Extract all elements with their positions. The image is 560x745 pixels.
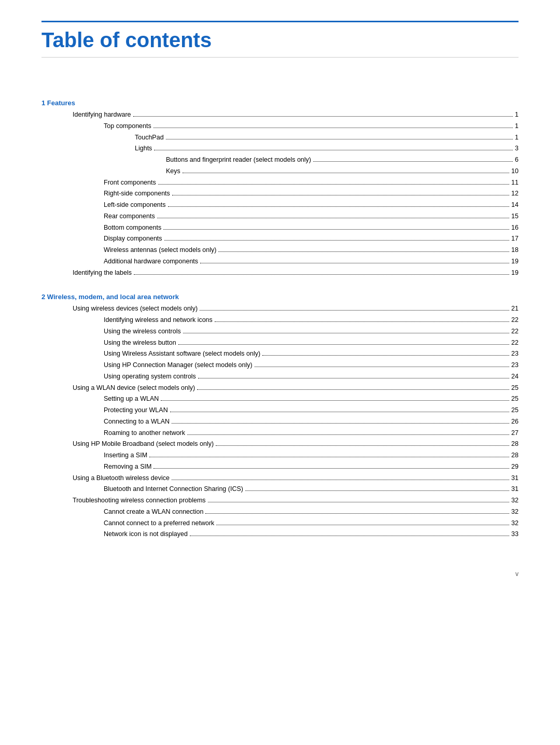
toc-entry-page: 19	[511, 257, 519, 266]
toc-entry-dots	[200, 310, 509, 311]
toc-entry-dots	[205, 513, 509, 514]
toc-entry: Roaming to another network27	[41, 428, 519, 438]
toc-entry: Top components1	[41, 121, 519, 131]
toc-entry-text: Using Wireless Assistant software (selec…	[104, 349, 260, 359]
toc-entry-text: Front components	[104, 178, 156, 188]
toc-entry-dots	[172, 423, 509, 424]
toc-entry-dots	[245, 490, 509, 491]
toc-entry-page: 17	[511, 234, 519, 244]
toc-entry-page: 23	[511, 349, 519, 359]
toc-entry-dots	[187, 434, 509, 435]
toc-entry: Identifying wireless and network icons22	[41, 315, 519, 325]
toc-entry: Network icon is not displayed33	[41, 529, 519, 539]
toc-entry-text: Bluetooth and Internet Connection Sharin…	[104, 484, 243, 494]
toc-entry: Setting up a WLAN25	[41, 394, 519, 404]
toc-entry-text: Network icon is not displayed	[104, 529, 188, 539]
toc-entry: Bluetooth and Internet Connection Sharin…	[41, 484, 519, 494]
toc-entry-page: 22	[511, 327, 519, 336]
toc-entry-dots	[154, 150, 513, 150]
toc-entry-page: 16	[511, 223, 519, 233]
toc-entry-dots	[255, 367, 509, 367]
toc-entry-dots	[172, 195, 509, 195]
toc-entry: Using a WLAN device (select models only)…	[41, 383, 519, 393]
toc-entry-dots	[200, 263, 509, 263]
toc-entry-page: 22	[511, 315, 519, 325]
toc-entry-page: 33	[511, 529, 519, 539]
toc-entry: Using operating system controls24	[41, 372, 519, 382]
toc-entry-dots	[178, 344, 509, 345]
toc-entry-page: 26	[511, 417, 519, 427]
toc-entry-text: Left-side components	[104, 200, 166, 210]
top-border	[41, 21, 519, 22]
toc-entry: Additional hardware components19	[41, 257, 519, 266]
toc-entry-page: 18	[511, 245, 519, 255]
toc-entry-text: Using the wireless button	[104, 338, 176, 348]
toc-entry: Front components11	[41, 178, 519, 188]
toc-entry-text: Bottom components	[104, 223, 161, 233]
toc-entry-text: Using the wireless controls	[104, 327, 181, 336]
toc-entry-dots	[161, 400, 509, 401]
toc-entry: Identifying the labels19	[41, 268, 519, 278]
toc-entry-page: 21	[511, 304, 519, 314]
toc-entry-dots	[158, 184, 509, 185]
toc-entry-text: Identifying wireless and network icons	[104, 315, 213, 325]
toc-entry: Using the wireless controls22	[41, 327, 519, 336]
toc-entry-dots	[168, 206, 510, 207]
toc-entry: Inserting a SIM28	[41, 451, 519, 460]
toc-entry-dots	[197, 389, 509, 390]
chapter-heading: 1 Features	[41, 99, 519, 107]
toc-entry: Using HP Mobile Broadband (select models…	[41, 439, 519, 449]
toc-entry-page: 3	[515, 144, 519, 153]
toc-entry: Identifying hardware1	[41, 110, 519, 120]
toc-entry-page: 14	[511, 200, 519, 210]
toc-entry-text: Wireless antennas (select models only)	[104, 245, 216, 255]
toc-entry-dots	[262, 355, 509, 356]
toc-entry: Using the wireless button22	[41, 338, 519, 348]
toc-entry-page: 1	[515, 110, 519, 120]
toc-entry-text: Right-side components	[104, 189, 170, 199]
toc-entry-page: 24	[511, 372, 519, 382]
toc-entry: Using Wireless Assistant software (selec…	[41, 349, 519, 359]
toc-entry: Bottom components16	[41, 223, 519, 233]
toc-entry-text: Troubleshooting wireless connection prob…	[73, 496, 206, 505]
toc-entry-page: 28	[511, 451, 519, 460]
toc-entry-text: TouchPad	[135, 133, 164, 143]
toc-entry-page: 29	[511, 462, 519, 472]
toc-entry-dots	[170, 412, 509, 412]
toc-entry-dots	[183, 333, 509, 333]
toc-entry-text: Using operating system controls	[104, 372, 196, 382]
toc-entry-dots	[134, 274, 509, 275]
toc-entry-dots	[163, 229, 509, 230]
toc-entry-text: Rear components	[104, 212, 155, 221]
toc-entry-text: Roaming to another network	[104, 428, 185, 438]
toc-entry-page: 32	[511, 496, 519, 505]
toc-entry: Keys10	[41, 166, 519, 176]
toc-container: 1 FeaturesIdentifying hardware1Top compo…	[41, 99, 519, 539]
toc-entry: Protecting your WLAN25	[41, 405, 519, 415]
toc-entry-page: 32	[511, 518, 519, 528]
toc-entry-dots	[216, 525, 509, 525]
toc-entry-page: 1	[515, 121, 519, 131]
toc-entry-page: 12	[511, 189, 519, 199]
page-footer: v	[41, 570, 519, 578]
toc-entry-dots	[313, 161, 513, 162]
toc-entry-dots	[198, 378, 509, 378]
toc-entry-text: Top components	[104, 121, 151, 131]
toc-entry: Buttons and fingerprint reader (select m…	[41, 155, 519, 165]
toc-entry-page: 11	[511, 178, 519, 188]
toc-entry-page: 23	[511, 360, 519, 370]
toc-entry-dots	[208, 502, 509, 502]
toc-entry: Display components17	[41, 234, 519, 244]
toc-entry: Rear components15	[41, 212, 519, 221]
toc-entry-dots	[216, 445, 509, 446]
chapter-heading: 2 Wireless, modem, and local area networ…	[41, 293, 519, 301]
toc-entry-dots	[153, 468, 509, 469]
toc-entry: Left-side components14	[41, 200, 519, 210]
toc-entry-text: Cannot connect to a preferred network	[104, 518, 214, 528]
toc-entry-text: Display components	[104, 234, 162, 244]
toc-entry-page: 25	[511, 394, 519, 404]
toc-entry-text: Inserting a SIM	[104, 451, 147, 460]
toc-entry: Connecting to a WLAN26	[41, 417, 519, 427]
toc-entry-page: 31	[511, 484, 519, 494]
toc-entry-text: Keys	[166, 166, 180, 176]
